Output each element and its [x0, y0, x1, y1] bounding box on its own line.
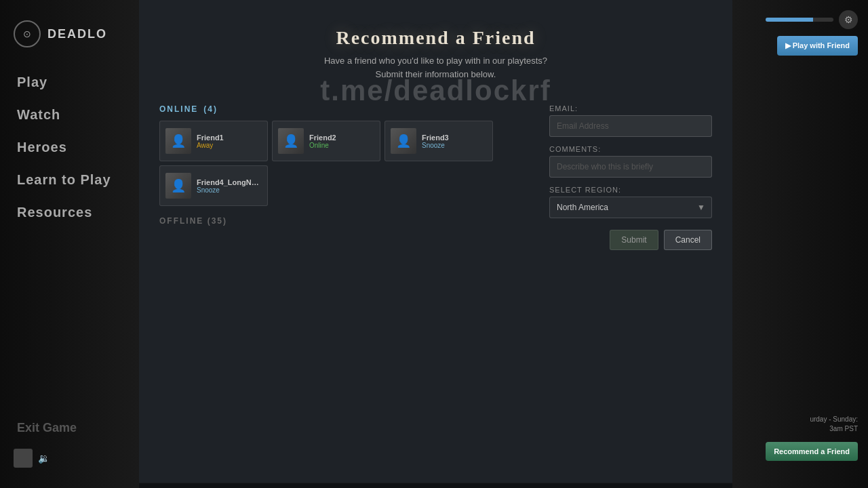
left-sidebar: ⊙ DEADLO Play Watch Heroes Learn to Play…	[0, 0, 139, 488]
friend-card-0[interactable]: 👤 Friend1 Away	[159, 121, 268, 161]
online-section-label: ONLINE (4)	[159, 104, 536, 114]
comments-field-group: COMMENTS:	[549, 145, 712, 178]
friend-avatar-0: 👤	[165, 128, 191, 154]
friend-info-2: Friend3 Snooze	[422, 134, 487, 149]
schedule-text: urday - Sunday: 3am PST	[810, 415, 858, 434]
friend-name-1: Friend2	[309, 134, 374, 142]
submit-button[interactable]: Submit	[610, 230, 658, 250]
region-label: SELECT REGION:	[549, 186, 712, 194]
modal-subtitle: Have a friend who you'd like to play wit…	[153, 54, 719, 81]
friend-card-2[interactable]: 👤 Friend3 Snooze	[384, 121, 493, 161]
user-avatar	[14, 449, 33, 468]
cancel-button[interactable]: Cancel	[664, 230, 712, 250]
friend-info-1: Friend2 Online	[309, 134, 374, 149]
modal-title: Recommend a Friend	[153, 27, 719, 49]
friend-avatar-1: 👤	[278, 128, 304, 154]
friend-status-1: Online	[309, 142, 374, 149]
friend-name-3: Friend4_LongName_AB	[197, 178, 262, 186]
modal-header: Recommend a Friend Have a friend who you…	[139, 0, 732, 91]
sidebar-item-resources[interactable]: Resources	[0, 198, 139, 227]
friend-name-0: Friend1	[197, 134, 262, 142]
friend-avatar-3: 👤	[165, 173, 191, 199]
bottom-bar	[139, 483, 732, 488]
friends-online-grid: 👤 Friend1 Away 👤 Friend2 Online	[159, 121, 536, 206]
sidebar-item-play[interactable]: Play	[0, 68, 139, 97]
logo-icon: ⊙	[14, 20, 41, 47]
logo-text: DEADLO	[47, 27, 107, 41]
form-actions: Submit Cancel	[549, 230, 712, 250]
friend-name-2: Friend3	[422, 134, 487, 142]
modal-backdrop: t.me/deadlockrf Recommend a Friend Have …	[139, 0, 732, 488]
xp-bar	[766, 18, 833, 22]
sidebar-item-learn[interactable]: Learn to Play	[0, 165, 139, 195]
offline-section-label: OFFLINE (35)	[159, 216, 536, 226]
region-field-group: SELECT REGION: North America Europe Asia…	[549, 186, 712, 218]
recommend-a-friend-button[interactable]: Recommend a Friend	[766, 442, 858, 461]
sidebar-item-watch[interactable]: Watch	[0, 100, 139, 129]
sidebar-bottom: 🔉	[0, 442, 139, 474]
friend-card-3[interactable]: 👤 Friend4_LongName_AB Snooze	[159, 165, 268, 206]
email-label: EMAIL:	[549, 104, 712, 113]
online-count: (4)	[203, 104, 218, 114]
friend-status-2: Snooze	[422, 142, 487, 149]
friends-panel: ONLINE (4) 👤 Friend1 Away �	[159, 104, 536, 469]
comments-label: COMMENTS:	[549, 145, 712, 153]
friend-status-0: Away	[197, 142, 262, 149]
settings-button[interactable]: ⚙	[839, 10, 858, 29]
friend-avatar-2: 👤	[391, 128, 416, 154]
xp-fill	[766, 18, 813, 22]
friend-info-3: Friend4_LongName_AB Snooze	[197, 178, 262, 194]
modal-content: ONLINE (4) 👤 Friend1 Away �	[139, 91, 732, 483]
top-bar-right: ⚙	[743, 10, 858, 29]
region-select-wrapper: North America Europe Asia South America …	[549, 197, 712, 218]
play-with-friend-button[interactable]: ▶ Play with Friend	[777, 36, 858, 56]
form-panel: EMAIL: COMMENTS: SELECT REGION: North Am…	[549, 104, 712, 469]
right-sidebar: ⚙ ▶ Play with Friend urday - Sunday: 3am…	[732, 0, 868, 488]
friend-card-1[interactable]: 👤 Friend2 Online	[272, 121, 380, 161]
sidebar-nav: Play Watch Heroes Learn to Play Resource…	[0, 61, 139, 414]
friend-info-0: Friend1 Away	[197, 134, 262, 149]
email-field-group: EMAIL:	[549, 104, 712, 137]
exit-game-button[interactable]: Exit Game	[0, 414, 139, 442]
region-select[interactable]: North America Europe Asia South America …	[549, 197, 712, 218]
sidebar-item-heroes[interactable]: Heroes	[0, 133, 139, 162]
comments-input[interactable]	[549, 156, 712, 178]
volume-icon[interactable]: 🔉	[38, 453, 50, 464]
logo-area: ⊙ DEADLO	[0, 14, 139, 61]
email-input[interactable]	[549, 115, 712, 137]
friend-status-3: Snooze	[197, 186, 262, 194]
